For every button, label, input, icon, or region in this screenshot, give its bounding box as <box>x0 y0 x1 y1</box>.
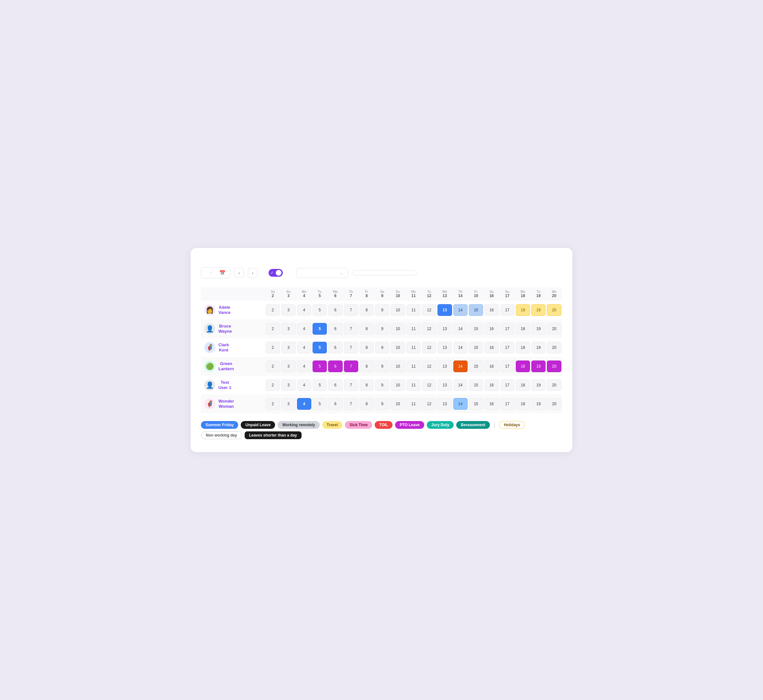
day-cell-4-3[interactable]: 5 <box>312 376 328 394</box>
day-cell-0-6[interactable]: 8 <box>359 301 374 319</box>
day-cell-3-13[interactable]: 15 <box>468 357 484 376</box>
day-cell-2-4[interactable]: 6 <box>328 338 343 357</box>
day-cell-5-18[interactable]: 20 <box>546 394 562 413</box>
prev-button[interactable]: ‹ <box>234 268 244 278</box>
day-cell-0-7[interactable]: 9 <box>374 301 390 319</box>
day-cell-3-15[interactable]: 17 <box>499 357 515 376</box>
day-cell-3-5[interactable]: 7 <box>343 357 359 376</box>
day-cell-2-18[interactable]: 20 <box>546 338 562 357</box>
day-cell-4-2[interactable]: 4 <box>296 376 312 394</box>
day-cell-5-14[interactable]: 16 <box>484 394 499 413</box>
day-cell-3-0[interactable]: 2 <box>265 357 281 376</box>
day-cell-0-14[interactable]: 16 <box>484 301 499 319</box>
day-cell-1-14[interactable]: 16 <box>484 319 499 338</box>
day-cell-5-5[interactable]: 7 <box>343 394 359 413</box>
day-cell-4-14[interactable]: 16 <box>484 376 499 394</box>
day-cell-1-0[interactable]: 2 <box>265 319 281 338</box>
day-cell-1-1[interactable]: 3 <box>281 319 296 338</box>
day-cell-2-11[interactable]: 13 <box>437 338 452 357</box>
day-cell-0-2[interactable]: 4 <box>296 301 312 319</box>
day-cell-3-3[interactable]: 5 <box>312 357 328 376</box>
day-cell-4-7[interactable]: 9 <box>374 376 390 394</box>
day-cell-2-6[interactable]: 8 <box>359 338 374 357</box>
pending-toggle[interactable]: ✓ <box>268 269 283 277</box>
day-cell-3-8[interactable]: 10 <box>390 357 406 376</box>
day-cell-5-0[interactable]: 2 <box>265 394 281 413</box>
day-cell-5-2[interactable]: 4 <box>296 394 312 413</box>
day-cell-5-12[interactable]: 14 <box>452 394 468 413</box>
day-cell-4-13[interactable]: 15 <box>468 376 484 394</box>
day-cell-1-16[interactable]: 18 <box>515 319 531 338</box>
day-cell-0-12[interactable]: 14 <box>452 301 468 319</box>
day-cell-5-3[interactable]: 5 <box>312 394 328 413</box>
day-cell-2-7[interactable]: 9 <box>374 338 390 357</box>
day-cell-2-8[interactable]: 10 <box>390 338 406 357</box>
day-cell-5-7[interactable]: 9 <box>374 394 390 413</box>
day-cell-1-17[interactable]: 19 <box>531 319 546 338</box>
day-cell-4-16[interactable]: 18 <box>515 376 531 394</box>
day-cell-5-16[interactable]: 18 <box>515 394 531 413</box>
day-cell-1-9[interactable]: 11 <box>406 319 421 338</box>
day-cell-0-5[interactable]: 7 <box>343 301 359 319</box>
day-cell-5-15[interactable]: 17 <box>499 394 515 413</box>
day-cell-4-11[interactable]: 13 <box>437 376 452 394</box>
filter-dropdown[interactable]: ⌄ <box>296 268 348 278</box>
day-cell-1-5[interactable]: 7 <box>343 319 359 338</box>
day-cell-4-12[interactable]: 14 <box>452 376 468 394</box>
search-input[interactable] <box>352 270 417 275</box>
day-cell-1-7[interactable]: 9 <box>374 319 390 338</box>
day-cell-0-11[interactable]: 13 <box>437 301 452 319</box>
day-cell-4-9[interactable]: 11 <box>406 376 421 394</box>
day-cell-0-4[interactable]: 6 <box>328 301 343 319</box>
day-cell-1-4[interactable]: 6 <box>328 319 343 338</box>
day-cell-1-13[interactable]: 15 <box>468 319 484 338</box>
day-cell-5-1[interactable]: 3 <box>281 394 296 413</box>
day-cell-4-15[interactable]: 17 <box>499 376 515 394</box>
day-cell-3-16[interactable]: 18 <box>515 357 531 376</box>
day-cell-0-13[interactable]: 15 <box>468 301 484 319</box>
user-name[interactable]: ClarkKent <box>218 342 229 352</box>
day-cell-0-16[interactable]: 18 <box>515 301 531 319</box>
day-cell-5-8[interactable]: 10 <box>390 394 406 413</box>
day-cell-1-8[interactable]: 10 <box>390 319 406 338</box>
day-cell-4-10[interactable]: 12 <box>421 376 437 394</box>
day-cell-0-18[interactable]: 20 <box>546 301 562 319</box>
day-cell-2-5[interactable]: 7 <box>343 338 359 357</box>
day-cell-0-0[interactable]: 2 <box>265 301 281 319</box>
day-cell-1-6[interactable]: 8 <box>359 319 374 338</box>
day-cell-2-9[interactable]: 11 <box>406 338 421 357</box>
day-cell-3-14[interactable]: 16 <box>484 357 499 376</box>
user-name[interactable]: WonderWoman <box>218 399 234 409</box>
day-cell-4-18[interactable]: 20 <box>546 376 562 394</box>
day-cell-2-2[interactable]: 4 <box>296 338 312 357</box>
day-cell-0-15[interactable]: 17 <box>499 301 515 319</box>
day-cell-3-18[interactable]: 20 <box>546 357 562 376</box>
day-cell-3-4[interactable]: 6 <box>328 357 343 376</box>
day-cell-4-6[interactable]: 8 <box>359 376 374 394</box>
day-cell-4-8[interactable]: 10 <box>390 376 406 394</box>
day-cell-3-12[interactable]: 14 <box>452 357 468 376</box>
day-cell-3-6[interactable]: 8 <box>359 357 374 376</box>
date-range[interactable]: → 📅 <box>201 267 230 278</box>
day-cell-2-14[interactable]: 16 <box>484 338 499 357</box>
day-cell-4-4[interactable]: 6 <box>328 376 343 394</box>
day-cell-1-18[interactable]: 20 <box>546 319 562 338</box>
day-cell-3-9[interactable]: 11 <box>406 357 421 376</box>
day-cell-4-5[interactable]: 7 <box>343 376 359 394</box>
day-cell-2-3[interactable]: 5 <box>312 338 328 357</box>
day-cell-4-0[interactable]: 2 <box>265 376 281 394</box>
day-cell-1-3[interactable]: 5 <box>312 319 328 338</box>
day-cell-2-0[interactable]: 2 <box>265 338 281 357</box>
day-cell-0-9[interactable]: 11 <box>406 301 421 319</box>
day-cell-3-11[interactable]: 13 <box>437 357 452 376</box>
day-cell-2-12[interactable]: 14 <box>452 338 468 357</box>
day-cell-5-4[interactable]: 6 <box>328 394 343 413</box>
day-cell-2-17[interactable]: 19 <box>531 338 546 357</box>
day-cell-0-3[interactable]: 5 <box>312 301 328 319</box>
day-cell-2-16[interactable]: 18 <box>515 338 531 357</box>
day-cell-1-2[interactable]: 4 <box>296 319 312 338</box>
day-cell-5-9[interactable]: 11 <box>406 394 421 413</box>
day-cell-0-10[interactable]: 12 <box>421 301 437 319</box>
day-cell-3-2[interactable]: 4 <box>296 357 312 376</box>
day-cell-2-13[interactable]: 15 <box>468 338 484 357</box>
